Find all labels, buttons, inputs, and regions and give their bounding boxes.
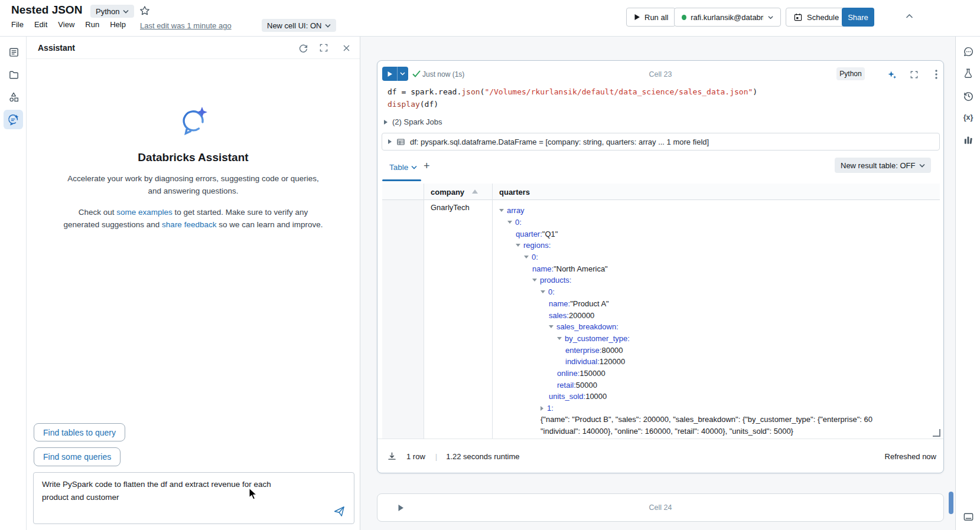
new-cell-ui-toggle[interactable]: New cell UI: ON [262,19,336,32]
cell-menu-button[interactable] [930,68,942,80]
spark-jobs-toggle[interactable]: (2) Spark Jobs [384,117,442,126]
share-button[interactable]: Share [842,8,874,27]
cell-language-pill[interactable]: Python [836,67,865,80]
code-editor[interactable]: df = spark.read.json("/Volumes/rkurlansi… [388,86,757,110]
assistant-close-button[interactable] [338,40,354,55]
menu-file[interactable]: File [11,20,24,29]
chevron-down-icon[interactable] [507,221,512,224]
cell-maximize-button[interactable] [908,68,920,80]
json-tree-row[interactable]: by_customer_type: [492,333,940,345]
json-tree-row[interactable]: sales: 200000 [492,309,940,321]
language-selector[interactable]: Python [90,5,134,18]
assistant-expand-button[interactable] [316,40,331,55]
chevron-down-icon[interactable] [549,325,554,328]
sidebar-item-data[interactable] [6,89,21,104]
sidebar-item-contents[interactable] [6,44,21,60]
json-raw-preview[interactable]: "individual": 140000}, "online": 160000,… [492,426,940,437]
json-tree-row[interactable]: products: [492,274,940,286]
cell-assistant-button[interactable] [885,68,897,80]
assistant-icon[interactable] [6,112,21,127]
sidebar-item-bottom-panel[interactable] [961,509,976,524]
json-tree-row[interactable]: retail: 50000 [492,379,940,391]
menu-help[interactable]: Help [110,20,126,29]
column-header-quarters[interactable]: quarters [492,184,940,200]
sidebar-item-variables[interactable]: {x} [961,110,976,125]
cluster-selector[interactable]: rafi.kurlansik@databri... [674,8,781,27]
sidebar-item-experiments[interactable] [961,66,976,81]
json-tree-row[interactable]: array [492,205,940,217]
json-value: 80000 [601,346,623,355]
results-resize-handle[interactable] [933,429,940,437]
databricks-assistant-icon [179,106,209,136]
find-tables-button[interactable]: Find tables to query [34,423,125,441]
chevron-down-icon[interactable] [541,290,545,293]
some-examples-link[interactable]: some examples [116,208,172,217]
run-all-button[interactable]: Run all [626,8,676,27]
chevron-up-icon [906,14,913,19]
find-queries-button[interactable]: Find some queries [34,447,121,466]
send-button[interactable] [333,505,346,518]
sidebar-item-version-history[interactable] [961,88,976,103]
run-options-button[interactable] [398,67,408,81]
results-table: company quarters GnarlyTech array0:quart… [382,184,940,439]
notebook-cell-23[interactable]: Just now (1s) Cell 23 Python df = spark.… [377,60,944,473]
run-cell-button[interactable] [382,67,398,81]
json-tree-row[interactable]: regions: [492,240,940,251]
menu-view[interactable]: View [58,20,74,29]
bar-chart-icon [963,135,974,145]
json-tree-row[interactable]: name: "North America" [492,263,940,274]
send-icon [333,505,346,518]
notebook-canvas: Just now (1s) Cell 23 Python df = spark.… [360,37,955,530]
json-tree-row[interactable]: sales_breakdown: [492,321,940,333]
sidebar-item-charts[interactable] [961,132,976,148]
chevron-down-icon[interactable] [557,337,562,340]
chevron-right-icon[interactable] [541,406,543,411]
tab-table[interactable]: Table [389,163,417,172]
json-tree-row[interactable]: 0: [492,251,940,263]
run-cell-button[interactable] [398,504,404,512]
json-tree-row[interactable]: units_sold: 10000 [492,391,940,403]
table-icon [396,138,405,146]
schedule-button[interactable]: Schedule [786,8,846,27]
favorite-star-icon[interactable] [139,5,150,16]
folder-icon [8,69,19,80]
vertical-scrollbar[interactable] [949,492,953,514]
chevron-down-icon[interactable] [532,279,537,282]
share-feedback-link[interactable]: share feedback [162,220,216,229]
assistant-prompt-input[interactable]: Write PySpark code to flatten the df and… [33,472,354,524]
json-tree-row[interactable]: 0: [492,217,940,228]
json-key: sales: [549,311,569,320]
sort-ascending-icon[interactable] [472,189,478,194]
add-visualization-button[interactable]: + [424,160,430,172]
table-cell-company[interactable]: GnarlyTech [424,203,492,212]
chevron-down-icon[interactable] [524,256,529,259]
dataframe-summary[interactable]: df: pyspark.sql.dataframe.DataFrame = [c… [382,133,940,151]
sidebar-item-comments[interactable] [961,44,976,59]
sparkle-icon [887,70,897,80]
json-raw-preview[interactable]: {"name": "Product B", "sales": 200000, "… [492,414,940,426]
chevron-down-icon[interactable] [499,209,504,212]
notebook-cell-24[interactable]: Cell 24 [377,493,944,522]
download-button[interactable] [387,452,397,462]
new-result-table-toggle[interactable]: New result table: OFF [835,158,931,173]
json-tree-row[interactable]: enterprise: 80000 [492,344,940,356]
calendar-icon [793,12,803,22]
flask-icon [963,68,974,78]
chevron-down-icon[interactable] [516,244,520,247]
json-tree-row[interactable]: quarter: "Q1" [492,228,940,240]
row-count: 1 row [406,452,425,461]
menu-edit[interactable]: Edit [34,20,47,29]
json-tree-row[interactable]: name: "Product A" [492,298,940,310]
last-edit-link[interactable]: Last edit was 1 minute ago [140,21,232,30]
json-tree-row[interactable]: online: 150000 [492,368,940,379]
menu-run[interactable]: Run [85,20,99,29]
json-tree-row[interactable]: 0: [492,286,940,298]
run-cell-split-button[interactable] [382,67,408,81]
sidebar-item-folder[interactable] [6,67,21,82]
json-tree-row[interactable]: individual: 120000 [492,356,940,368]
json-tree-row[interactable]: 1: [492,403,940,414]
column-header-company[interactable]: company [424,184,492,200]
collapse-header-button[interactable] [906,14,913,19]
assistant-refresh-button[interactable] [295,40,311,55]
chevron-down-icon [400,72,405,76]
